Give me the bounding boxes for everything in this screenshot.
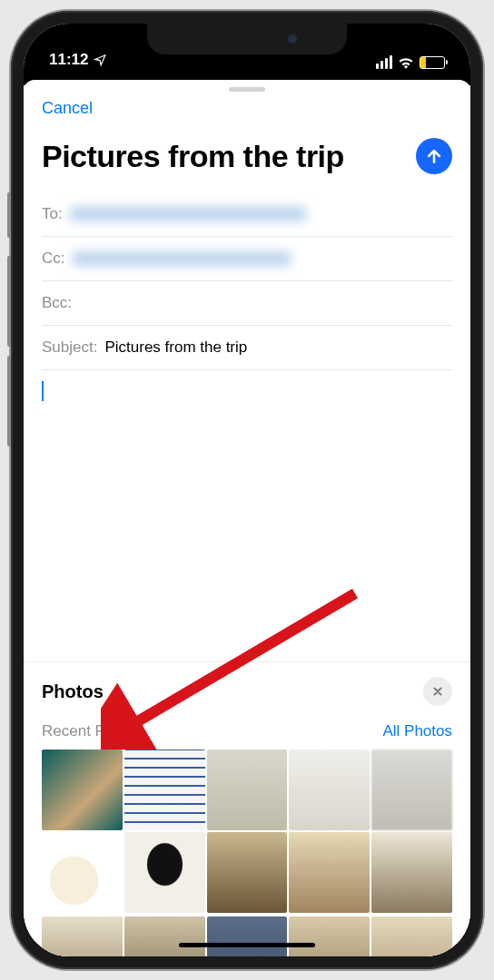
photo-thumbnail[interactable]: [42, 832, 123, 913]
photo-thumbnail[interactable]: [371, 750, 452, 830]
photo-thumbnail[interactable]: [207, 750, 288, 830]
to-label: To:: [42, 205, 63, 223]
subject-field[interactable]: Subject: Pictures from the trip: [42, 326, 452, 370]
send-button[interactable]: [416, 138, 452, 174]
close-icon: [431, 685, 444, 698]
photo-thumbnail[interactable]: [124, 832, 205, 913]
photo-thumbnail[interactable]: [42, 916, 123, 956]
wifi-icon: [398, 56, 414, 69]
text-cursor: [42, 381, 44, 401]
all-photos-button[interactable]: All Photos: [382, 722, 452, 740]
phone-frame: 11:12 Cancel Pictures from the trip: [11, 11, 483, 969]
subject-label: Subject:: [42, 338, 97, 357]
subject-value: Pictures from the trip: [104, 338, 452, 357]
sheet-grabber[interactable]: [229, 87, 265, 92]
photo-thumbnail[interactable]: [124, 750, 205, 830]
photo-thumbnail[interactable]: [289, 916, 370, 956]
compose-sheet: Cancel Pictures from the trip To: Cc:: [24, 80, 470, 956]
cc-field[interactable]: Cc:: [42, 237, 452, 281]
photo-thumbnail[interactable]: [42, 750, 123, 830]
cellular-signal-icon: [376, 55, 392, 69]
photo-thumbnail[interactable]: [289, 832, 370, 913]
photo-thumbnail[interactable]: [207, 832, 288, 913]
battery-icon: [420, 56, 445, 69]
photo-thumbnail[interactable]: [371, 832, 452, 913]
compose-title: Pictures from the trip: [42, 139, 407, 174]
photo-thumbnail[interactable]: [289, 750, 370, 830]
bcc-field[interactable]: Bcc:: [42, 281, 452, 326]
bcc-label: Bcc:: [42, 294, 72, 312]
cc-value-redacted: [73, 251, 291, 266]
arrow-up-icon: [425, 147, 443, 165]
to-field[interactable]: To:: [42, 192, 452, 237]
close-photos-button[interactable]: [423, 677, 452, 706]
photo-thumbnail[interactable]: [371, 916, 452, 956]
photos-panel: Photos Recent Photos All Photos: [24, 662, 470, 956]
photos-panel-title: Photos: [42, 681, 104, 702]
cc-label: Cc:: [42, 250, 65, 268]
message-body[interactable]: [24, 370, 470, 662]
status-time: 11:12: [49, 51, 88, 69]
cancel-button[interactable]: Cancel: [42, 99, 93, 118]
photo-thumbnail[interactable]: [207, 916, 288, 956]
photo-grid: [24, 750, 470, 916]
recent-photos-label: Recent Photos: [42, 722, 143, 740]
screen: 11:12 Cancel Pictures from the trip: [24, 24, 470, 956]
home-indicator[interactable]: [179, 943, 315, 947]
notch: [147, 24, 347, 54]
to-value-redacted: [70, 207, 306, 221]
location-icon: [94, 54, 106, 66]
photo-thumbnail[interactable]: [124, 916, 205, 956]
